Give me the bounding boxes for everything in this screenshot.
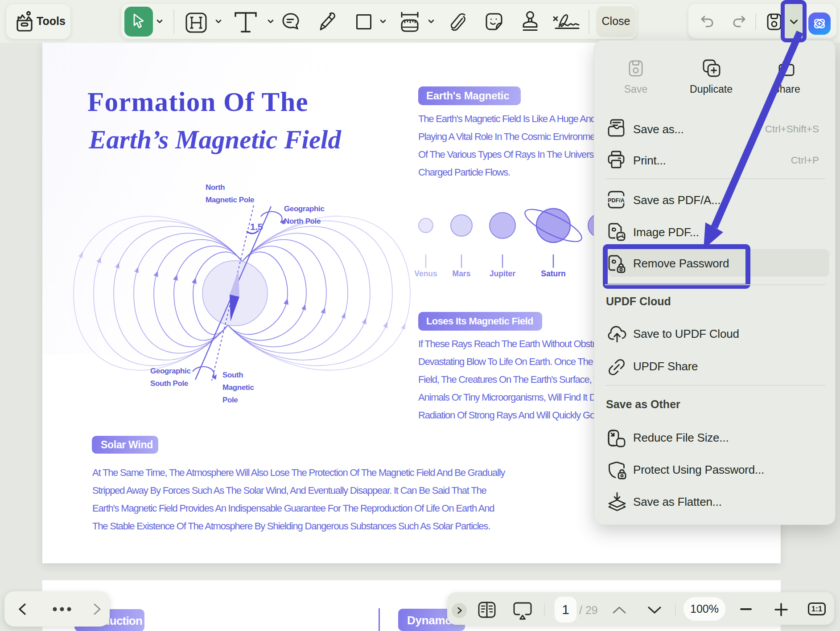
svg-text:PDF/A: PDF/A (608, 197, 625, 204)
